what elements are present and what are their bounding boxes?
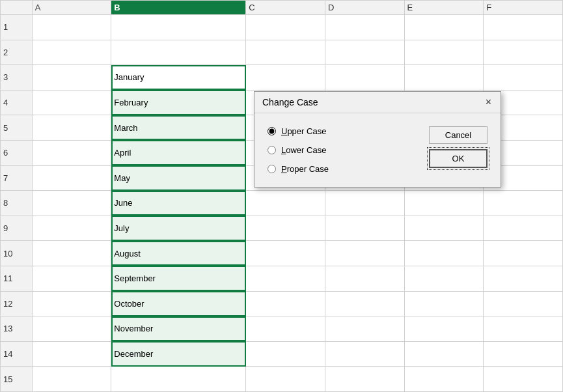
cell-a8[interactable]	[32, 191, 111, 216]
cell-f9[interactable]	[484, 216, 563, 241]
row-header-2[interactable]: 2	[1, 40, 33, 65]
row-header-12[interactable]: 12	[1, 291, 33, 316]
row-header-13[interactable]: 13	[1, 316, 33, 342]
row-header-6[interactable]: 6	[1, 140, 33, 165]
cell-a12[interactable]	[32, 291, 111, 316]
cell-b11[interactable]: September	[111, 266, 246, 291]
cell-a4[interactable]	[32, 90, 111, 115]
cancel-button[interactable]: Cancel	[429, 126, 487, 144]
row-header-11[interactable]: 11	[1, 266, 33, 291]
cell-a7[interactable]	[32, 165, 111, 191]
cell-e13[interactable]	[404, 316, 484, 342]
cell-d13[interactable]	[325, 316, 404, 342]
col-header-b[interactable]: B	[111, 1, 246, 15]
cell-b7[interactable]: May	[111, 165, 246, 191]
col-header-d[interactable]: D	[325, 1, 404, 15]
cell-d15[interactable]	[325, 367, 404, 392]
cell-a3[interactable]	[32, 65, 111, 91]
cell-b5[interactable]: March	[111, 115, 246, 141]
cell-e11[interactable]	[404, 266, 484, 291]
cell-d12[interactable]	[325, 291, 404, 316]
cell-c10[interactable]	[246, 241, 325, 266]
cell-a5[interactable]	[32, 115, 111, 141]
cell-b4[interactable]: February	[111, 90, 246, 115]
cell-a1[interactable]	[32, 15, 111, 40]
cell-a6[interactable]	[32, 140, 111, 165]
cell-e2[interactable]	[404, 40, 484, 65]
lower-case-option[interactable]: Lower Case	[268, 145, 416, 155]
cell-e8[interactable]	[404, 191, 484, 216]
cell-b10[interactable]: August	[111, 241, 246, 266]
cell-f2[interactable]	[484, 40, 563, 65]
cell-a15[interactable]	[32, 367, 111, 392]
cell-c9[interactable]	[246, 216, 325, 241]
cell-f1[interactable]	[484, 15, 563, 40]
cell-c11[interactable]	[246, 266, 325, 291]
cell-f10[interactable]	[484, 241, 563, 266]
cell-c2[interactable]	[246, 40, 325, 65]
row-header-9[interactable]: 9	[1, 216, 33, 241]
cell-e12[interactable]	[404, 291, 484, 316]
col-header-f[interactable]: F	[484, 1, 563, 15]
cell-d1[interactable]	[325, 15, 404, 40]
row-header-8[interactable]: 8	[1, 191, 33, 216]
cell-b6[interactable]: April	[111, 140, 246, 165]
cell-d10[interactable]	[325, 241, 404, 266]
cell-c12[interactable]	[246, 291, 325, 316]
cell-e10[interactable]	[404, 241, 484, 266]
cell-b9[interactable]: July	[111, 216, 246, 241]
cell-c8[interactable]	[246, 191, 325, 216]
cell-a11[interactable]	[32, 266, 111, 291]
cell-a2[interactable]	[32, 40, 111, 65]
cell-d3[interactable]	[325, 65, 404, 91]
cell-b8[interactable]: June	[111, 191, 246, 216]
row-header-15[interactable]: 15	[1, 367, 33, 392]
cell-f13[interactable]	[484, 316, 563, 342]
cell-d14[interactable]	[325, 341, 404, 367]
cell-f3[interactable]	[484, 65, 563, 91]
cell-b12[interactable]: October	[111, 291, 246, 316]
upper-case-option[interactable]: Upper Case	[268, 126, 416, 136]
cell-c3[interactable]	[246, 65, 325, 91]
cell-f8[interactable]	[484, 191, 563, 216]
cell-e14[interactable]	[404, 341, 484, 367]
cell-b3[interactable]: January	[111, 65, 246, 91]
col-header-a[interactable]: A	[32, 1, 111, 15]
cell-b1[interactable]	[111, 15, 246, 40]
cell-d9[interactable]	[325, 216, 404, 241]
cell-e15[interactable]	[404, 367, 484, 392]
row-header-4[interactable]: 4	[1, 90, 33, 115]
cell-b15[interactable]	[111, 367, 246, 392]
cell-c15[interactable]	[246, 367, 325, 392]
col-header-e[interactable]: E	[404, 1, 484, 15]
lower-case-radio[interactable]	[268, 146, 276, 154]
cell-f14[interactable]	[484, 341, 563, 367]
cell-d8[interactable]	[325, 191, 404, 216]
cell-e1[interactable]	[404, 15, 484, 40]
row-header-1[interactable]: 1	[1, 15, 33, 40]
cell-c14[interactable]	[246, 341, 325, 367]
upper-case-radio[interactable]	[268, 127, 276, 135]
col-header-c[interactable]: C	[246, 1, 325, 15]
cell-d11[interactable]	[325, 266, 404, 291]
cell-e3[interactable]	[404, 65, 484, 91]
cell-a9[interactable]	[32, 216, 111, 241]
proper-case-radio[interactable]	[268, 165, 276, 173]
ok-button[interactable]: OK	[429, 149, 487, 168]
cell-f11[interactable]	[484, 266, 563, 291]
row-header-7[interactable]: 7	[1, 165, 33, 191]
cell-c13[interactable]	[246, 316, 325, 342]
cell-b2[interactable]	[111, 40, 246, 65]
cell-d2[interactable]	[325, 40, 404, 65]
row-header-10[interactable]: 10	[1, 241, 33, 266]
cell-a14[interactable]	[32, 341, 111, 367]
cell-f15[interactable]	[484, 367, 563, 392]
cell-a13[interactable]	[32, 316, 111, 342]
cell-c1[interactable]	[246, 15, 325, 40]
cell-e9[interactable]	[404, 216, 484, 241]
proper-case-option[interactable]: Proper Case	[268, 164, 416, 174]
row-header-3[interactable]: 3	[1, 65, 33, 91]
row-header-5[interactable]: 5	[1, 115, 33, 141]
cell-b14[interactable]: December	[111, 341, 246, 367]
cell-b13[interactable]: November	[111, 316, 246, 342]
